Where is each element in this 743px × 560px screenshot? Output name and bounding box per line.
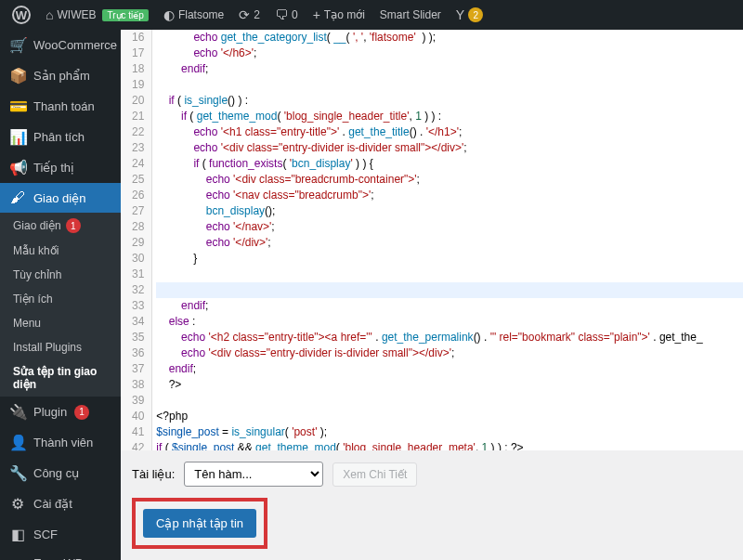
menu-icon: 💳 [9,98,26,115]
sub-item-tiện-ích[interactable]: Tiện ích [0,287,121,311]
theme-menu[interactable]: ◐ Flatsome [157,0,230,30]
sub-label: Menu [13,317,41,330]
sub-badge: 1 [66,218,81,233]
menu-item-tiếp-thị[interactable]: 📢Tiếp thị [0,152,121,183]
menu-icon: ◧ [9,526,26,543]
view-details-button[interactable]: Xem Chi Tiết [332,462,417,487]
menu-icon: 📦 [9,67,26,85]
updates-menu[interactable]: ⟳ 2 [232,0,267,30]
live-badge: Trực tiếp [102,9,148,21]
sub-label: Tiện ích [13,293,53,306]
sub-label: Install Plugins [13,341,82,354]
function-select[interactable]: Tên hàm... [184,462,323,487]
menu-label: Giao diện [33,191,85,205]
menu-label: Cài đặt [33,497,72,511]
sub-item-mẫu-khối[interactable]: Mẫu khối [0,239,121,263]
editor-footer: Tài liệu: Tên hàm... Xem Chi Tiết Cập nh… [121,450,743,560]
wordpress-icon: W [12,6,31,24]
update-highlight-box: Cập nhật tập tin [132,498,267,549]
menu-label: Plugin [33,405,67,419]
yoast-count: 2 [468,7,483,22]
sub-label: Mẫu khối [13,244,59,257]
sub-label: Sửa tệp tin giao diện [13,365,111,391]
admin-sidebar: 🛒WooCommerce📦Sản phẩm💳Thanh toán📊Phân tí… [0,30,121,560]
refresh-icon: ⟳ [239,7,250,22]
flatsome-icon: ◐ [163,7,175,22]
menu-label: SCF [33,527,58,541]
line-gutter: 1617181920212223242526272829303132333435… [121,30,152,450]
plus-icon: + [313,7,320,22]
new-label: Tạo mới [324,8,365,21]
menu-label: Thanh toán [33,99,95,113]
menu-item-thanh-toán[interactable]: 💳Thanh toán [0,91,121,122]
menu-item-công-cụ[interactable]: 🔧Công cụ [0,458,121,488]
sub-item-giao-diện[interactable]: Giao diện1 [0,213,121,239]
doc-lookup-row: Tài liệu: Tên hàm... Xem Chi Tiết [132,462,732,487]
doc-label: Tài liệu: [132,467,175,481]
menu-label: WooCommerce [33,38,117,52]
menu-item-phân-tích[interactable]: 📊Phân tích [0,122,121,152]
menu-icon: 🔌 [9,403,26,421]
sub-label: Tùy chỉnh [13,268,61,281]
menu-label: Phân tích [33,130,85,144]
main-container: 🛒WooCommerce📦Sản phẩm💳Thanh toán📊Phân tí… [0,30,743,560]
menu-label: Thành viên [33,436,93,449]
code-area[interactable]: echo get_the_category_list( __( ', ', 'f… [152,30,743,450]
wp-logo-menu[interactable]: W [6,0,37,30]
sub-label: Giao diện [13,219,61,232]
code-editor[interactable]: 1617181920212223242526272829303132333435… [121,30,743,450]
comment-icon: 🗨 [275,7,288,22]
menu-icon: 👤 [9,434,26,451]
comments-count: 0 [292,8,298,21]
sub-item-tùy-chỉnh[interactable]: Tùy chỉnh [0,263,121,287]
menu-badge: 1 [74,405,89,420]
site-name-label: WIWEB [57,8,96,21]
menu-item-thành-viên[interactable]: 👤Thành viên [0,427,121,458]
admin-toolbar: W ⌂ WIWEB Trực tiếp ◐ Flatsome ⟳ 2 🗨 0 +… [0,0,743,30]
smart-slider-menu[interactable]: Smart Slider [373,0,448,30]
site-name-menu[interactable]: ⌂ WIWEB Trực tiếp [39,0,155,30]
menu-label: Sản phẩm [33,69,90,83]
yoast-icon: Y [456,7,464,22]
menu-item-cài-đặt[interactable]: ⚙Cài đặt [0,488,121,519]
menu-item-scf[interactable]: ◧SCF [0,519,121,550]
menu-icon: 🖌 [9,189,26,206]
update-file-button[interactable]: Cập nhật tập tin [143,509,256,538]
content-area: 1617181920212223242526272829303132333435… [121,30,743,560]
new-content-menu[interactable]: + Tạo mới [306,0,372,30]
slider-label: Smart Slider [380,8,441,21]
comments-menu[interactable]: 🗨 0 [268,0,305,30]
menu-label: Easy WP SMTP [33,556,111,560]
menu-label: Công cụ [33,466,79,480]
menu-icon: 📢 [9,159,26,176]
sub-item-menu[interactable]: Menu [0,311,121,335]
submenu: Giao diện1Mẫu khốiTùy chỉnhTiện íchMenuI… [0,213,121,397]
theme-label: Flatsome [178,8,224,21]
menu-item-easy-wp-smtp[interactable]: ✉Easy WP SMTP [0,550,121,560]
menu-icon: 🛒 [9,36,26,54]
menu-item-woocommerce[interactable]: 🛒WooCommerce [0,30,121,60]
menu-item-sản-phẩm[interactable]: 📦Sản phẩm [0,60,121,91]
menu-label: Tiếp thị [33,161,74,175]
sub-item-install-plugins[interactable]: Install Plugins [0,335,121,359]
home-icon: ⌂ [46,7,53,22]
menu-item-plugin[interactable]: 🔌Plugin1 [0,397,121,427]
yoast-menu[interactable]: Y 2 [450,0,489,30]
menu-icon: 🔧 [9,464,26,482]
menu-icon: 📊 [9,128,26,146]
menu-item-giao-diện[interactable]: 🖌Giao diện [0,183,121,213]
menu-icon: ⚙ [9,495,26,513]
sub-item-sửa-tệp-tin-giao-diện[interactable]: Sửa tệp tin giao diện [0,359,121,397]
updates-count: 2 [254,8,260,21]
